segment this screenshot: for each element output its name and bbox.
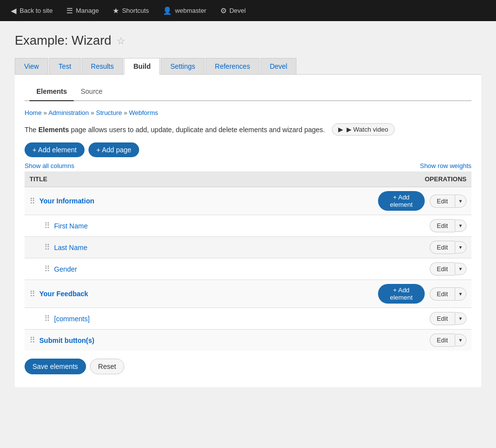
nav-manage[interactable]: ☰ Manage <box>60 0 105 21</box>
manage-icon: ☰ <box>66 6 73 15</box>
edit-your-feedback-button[interactable]: Edit <box>430 287 455 301</box>
drag-handle-your-information[interactable]: ⠿ <box>29 196 35 206</box>
drag-handle-gender[interactable]: ⠿ <box>44 264 50 274</box>
watch-video-button[interactable]: ▶ ▶ Watch video <box>332 123 395 136</box>
drag-handle-submit-buttons[interactable]: ⠿ <box>29 336 35 345</box>
show-row-weights-link[interactable]: Show row weights <box>420 162 471 169</box>
table-row: ⠿ Gender Edit ▾ <box>25 258 471 280</box>
drag-handle-first-name[interactable]: ⠿ <box>44 221 50 230</box>
nav-webmaster-label: webmaster <box>175 7 206 14</box>
table-row: ⠿ Your Information + Add element Edit ▾ <box>25 187 471 215</box>
add-page-button[interactable]: + Add page <box>88 142 139 157</box>
dropdown-your-information-button[interactable]: ▾ <box>455 195 467 208</box>
nav-devel-label: Devel <box>230 7 246 14</box>
user-icon: 👤 <box>163 6 172 15</box>
nav-shortcuts[interactable]: ★ Shortcuts <box>107 0 155 21</box>
show-all-columns-link[interactable]: Show all columns <box>25 162 74 169</box>
tab-source[interactable]: Source <box>74 83 109 101</box>
edit-first-name-button[interactable]: Edit <box>430 219 455 232</box>
element-link-your-feedback[interactable]: Your Feedback <box>39 290 88 298</box>
col-operations: OPERATIONS <box>373 171 471 187</box>
table-controls: Show all columns Show row weights <box>25 162 471 169</box>
table-row: ⠿ Last Name Edit ▾ <box>25 237 471 258</box>
save-reset-buttons: Save elements Reset <box>25 359 471 374</box>
dropdown-comments-button[interactable]: ▾ <box>455 312 467 325</box>
tab-settings[interactable]: Settings <box>161 58 204 74</box>
tab-elements[interactable]: Elements <box>29 83 74 101</box>
save-elements-button[interactable]: Save elements <box>25 359 86 374</box>
breadcrumb-structure[interactable]: Structure <box>96 109 122 116</box>
nav-devel[interactable]: ⚙ Devel <box>214 0 252 21</box>
top-nav: ◀ Back to site ☰ Manage ★ Shortcuts 👤 we… <box>0 0 496 21</box>
primary-tabs: View Test Results Build Settings Referen… <box>15 58 481 75</box>
page-title: Example: Wizard <box>15 33 112 48</box>
page-description: The Elements page allows users to add, u… <box>25 123 471 136</box>
breadcrumb-administration[interactable]: Administration <box>48 109 88 116</box>
reset-button[interactable]: Reset <box>90 359 125 374</box>
element-link-submit-buttons[interactable]: Submit button(s) <box>39 336 94 344</box>
tab-references[interactable]: References <box>205 58 260 74</box>
elements-table: TITLE OPERATIONS ⠿ Your Information <box>25 171 471 351</box>
content-panel: Elements Source Home » Administration » … <box>15 75 481 387</box>
tab-test[interactable]: Test <box>49 58 81 74</box>
element-link-gender[interactable]: Gender <box>54 265 77 273</box>
edit-your-information-button[interactable]: Edit <box>430 195 455 208</box>
element-link-last-name[interactable]: Last Name <box>54 244 88 252</box>
dropdown-submit-buttons-button[interactable]: ▾ <box>455 334 467 346</box>
add-element-button[interactable]: + Add element <box>25 142 85 157</box>
tab-results[interactable]: Results <box>82 58 123 74</box>
table-row: ⠿ First Name Edit ▾ <box>25 215 471 237</box>
element-link-first-name[interactable]: First Name <box>54 222 88 230</box>
dropdown-gender-button[interactable]: ▾ <box>455 263 467 275</box>
bookmark-icon[interactable]: ☆ <box>117 35 125 47</box>
add-element-your-information-button[interactable]: + Add element <box>378 191 425 211</box>
shortcuts-icon: ★ <box>113 6 119 15</box>
devel-icon: ⚙ <box>220 6 227 15</box>
table-row: ⠿ Submit button(s) Edit ▾ <box>25 330 471 351</box>
nav-webmaster[interactable]: 👤 webmaster <box>157 0 212 21</box>
breadcrumb-home[interactable]: Home <box>25 109 42 116</box>
nav-back-to-site[interactable]: ◀ Back to site <box>5 0 58 21</box>
col-title: TITLE <box>25 171 373 187</box>
back-icon: ◀ <box>11 6 17 15</box>
watch-video-label: ▶ Watch video <box>337 126 388 133</box>
tab-devel[interactable]: Devel <box>261 58 297 74</box>
edit-last-name-button[interactable]: Edit <box>430 241 455 254</box>
edit-comments-button[interactable]: Edit <box>430 312 455 325</box>
nav-manage-label: Manage <box>76 7 99 14</box>
nav-shortcuts-label: Shortcuts <box>122 7 149 14</box>
drag-handle-your-feedback[interactable]: ⠿ <box>29 289 35 299</box>
table-row: ⠿ Your Feedback + Add element Edit ▾ <box>25 280 471 308</box>
add-element-your-feedback-button[interactable]: + Add element <box>378 284 425 304</box>
edit-gender-button[interactable]: Edit <box>430 262 455 276</box>
dropdown-last-name-button[interactable]: ▾ <box>455 241 467 253</box>
tab-build[interactable]: Build <box>124 58 160 75</box>
dropdown-first-name-button[interactable]: ▾ <box>455 220 467 232</box>
tab-view[interactable]: View <box>15 58 48 74</box>
action-buttons: + Add element + Add page <box>25 142 471 157</box>
page-title-area: Example: Wizard ☆ <box>15 33 481 48</box>
table-row: ⠿ [comments] Edit ▾ <box>25 308 471 330</box>
element-link-your-information[interactable]: Your Information <box>39 197 94 205</box>
secondary-tabs: Elements Source <box>25 83 471 101</box>
drag-handle-last-name[interactable]: ⠿ <box>44 243 50 252</box>
breadcrumb: Home » Administration » Structure » Webf… <box>25 109 471 116</box>
dropdown-your-feedback-button[interactable]: ▾ <box>455 287 467 301</box>
drag-handle-comments[interactable]: ⠿ <box>44 314 50 323</box>
element-link-comments[interactable]: [comments] <box>54 315 89 323</box>
main-content: Example: Wizard ☆ View Test Results Buil… <box>0 21 496 448</box>
breadcrumb-webforms[interactable]: Webforms <box>129 109 158 116</box>
nav-back-label: Back to site <box>20 7 53 14</box>
edit-submit-buttons-button[interactable]: Edit <box>430 334 455 347</box>
